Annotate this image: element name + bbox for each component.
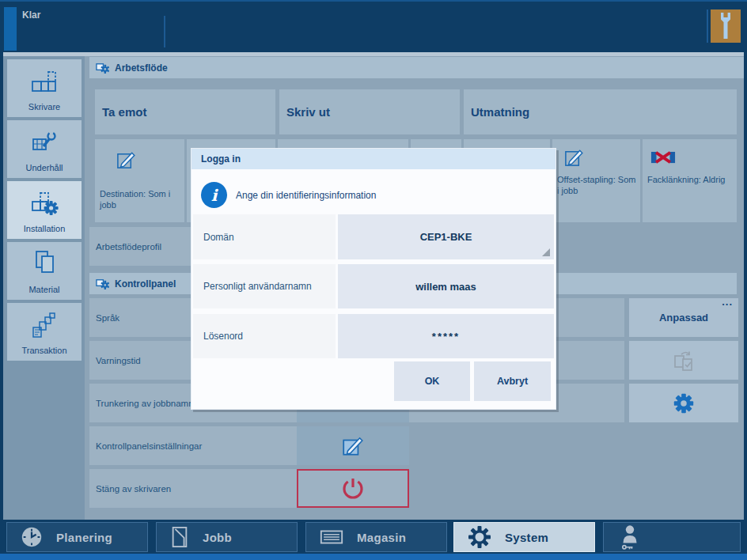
shutdown-printer-button[interactable] [297,469,409,508]
nav-tab-jobb[interactable]: Jobb [156,522,298,552]
workflow-section-icon [96,61,109,74]
nav-tab-system[interactable]: System [453,522,595,552]
dropdown-grip-icon [542,248,550,256]
edit-icon [563,147,585,168]
column-header-utmatning: Utmatning [464,89,737,134]
sidebar-item-transaktion[interactable]: Transaktion [7,303,82,361]
content-top-highlight [3,52,744,56]
gear-icon [467,524,492,550]
username-field[interactable]: willem maas [338,264,554,308]
setting-cell-offset-stapling[interactable]: Offset-stapling: Som i jobb [552,139,640,222]
clock-icon [20,525,44,549]
language-value-button-anpassad[interactable]: ... Anpassad [629,298,738,337]
column-header-ta-emot: Ta emot [95,89,275,134]
job-document-icon [169,525,190,549]
panel-settings-edit-button[interactable] [297,426,409,465]
domain-field[interactable]: CEP1-BKE [338,214,554,259]
section-header-arbetsflode: Arbetsflöde [89,57,744,78]
gear-icon [672,392,696,415]
info-icon: i [201,182,227,208]
field-label-doman: Domän [193,214,336,259]
nav-tab-planering[interactable]: Planering [6,522,148,552]
row-stang-av-skrivaren[interactable]: Stäng av skrivaren [89,469,409,508]
edit-icon [116,149,137,171]
sidebar-item-installation[interactable]: Installation [7,181,82,239]
power-icon [340,476,366,501]
setting-cell-destination[interactable]: Destination: Som i jobb [95,139,184,222]
sidebar-item-material[interactable]: Material [7,242,82,300]
screen: Klar Skrivare Underhåll [0,0,747,560]
nav-tab-magasin[interactable]: Magasin [305,522,447,552]
ok-button[interactable]: OK [394,361,470,401]
warning-time-copy-button-disabled[interactable] [629,341,738,380]
printer-status-text: Klar [22,9,40,21]
column-header-skriv-ut: Skriv ut [279,89,460,134]
cancel-button[interactable]: Avbryt [474,361,551,401]
transaction-docs-icon [7,309,82,339]
row-kontrollpanelsinstallningar[interactable]: Kontrollpanelsinställningar [89,426,409,465]
job-name-truncation-settings-button[interactable] [629,384,738,422]
more-options-dots[interactable]: ... [722,296,733,308]
field-label-anvandarnamn: Personligt användarnamn [193,264,336,308]
topbar-divider [164,16,165,47]
control-panel-section-icon [96,277,109,290]
copy-settings-icon [671,348,696,373]
installation-icon [7,187,82,218]
edit-icon [341,434,365,458]
dialog-message: Ange din identifieringsinformation [236,182,376,208]
status-accent-bar [4,7,17,51]
sidebar-item-underhall[interactable]: Underhåll [7,120,82,178]
user-key-icon [616,524,643,551]
password-field[interactable]: ***** [338,314,554,358]
nav-user-login-button[interactable] [603,522,741,552]
field-label-losenord: Lösenord [193,314,336,358]
sidebar-item-skrivare[interactable]: Skrivare [7,59,82,117]
printer-icon [7,66,82,96]
login-dialog: Logga in i Ange din identifieringsinform… [191,148,556,410]
wrench-icon [719,12,732,40]
media-sheets-icon [7,248,82,278]
tray-icon [319,527,344,547]
bottom-accent-strip [0,554,747,560]
fold-never-icon [650,149,676,166]
top-status-bar: Klar [0,0,747,54]
setting-cell-facklankning[interactable]: Facklänkning: Aldrig [643,139,737,222]
maintenance-icon [7,127,82,157]
topbar-divider [707,9,708,43]
dialog-title: Logga in [191,149,556,169]
service-wrench-button[interactable] [711,9,741,43]
